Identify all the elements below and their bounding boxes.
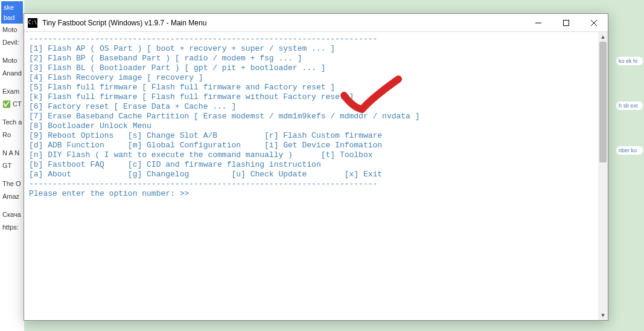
scroll-down-icon[interactable]: ▼ xyxy=(598,310,608,320)
console-line: [3] Flash BL ( Bootloader Part ) [ gpt /… xyxy=(29,63,593,73)
console-line: ----------------------------------------… xyxy=(29,34,593,44)
app-window: C:\ Tiny Fastboot Script (Windows) v1.9.… xyxy=(24,13,608,321)
bg-left-item xyxy=(1,110,23,116)
console-line: [4] Flash Recovery image [ recovery ] xyxy=(29,73,593,83)
console-line: [7] Erase Baseband Cache Partition [ Era… xyxy=(29,112,593,121)
scrollbar-thumb[interactable] xyxy=(599,42,607,162)
bg-left-item xyxy=(1,79,23,85)
bg-left-item: Ro xyxy=(1,129,23,141)
titlebar[interactable]: C:\ Tiny Fastboot Script (Windows) v1.9.… xyxy=(24,14,608,32)
bg-left-item: N A N xyxy=(1,147,23,159)
scroll-up-icon[interactable]: ▲ xyxy=(598,32,608,42)
bg-left-item: Anand xyxy=(1,67,23,80)
bg-left-item xyxy=(1,48,23,54)
bg-left-item: Moto xyxy=(1,54,23,67)
background-right-panel: ko ek hih sb extnber ko xyxy=(615,0,644,331)
bg-left-item xyxy=(1,172,23,178)
bg-left-item xyxy=(1,141,23,147)
svg-rect-1 xyxy=(564,20,569,25)
bg-left-item xyxy=(1,202,23,208)
console-output[interactable]: ----------------------------------------… xyxy=(24,32,598,320)
background-left-panel: ske bad MotoDevil:MotoAnandExam✅ CTTech … xyxy=(0,0,24,331)
bg-left-item: Exam xyxy=(1,85,23,98)
console-line: [8] Bootloader Unlock Menu xyxy=(29,121,593,131)
bg-banner: ske bad xyxy=(1,1,23,24)
console-line: [6] Factory reset [ Erase Data + Cache .… xyxy=(29,102,593,112)
bg-right-bubble: ko ek hi xyxy=(616,57,643,65)
bg-left-item: Moto xyxy=(1,24,23,36)
minimize-button[interactable] xyxy=(524,14,552,32)
bg-left-item: Tech a xyxy=(1,116,23,129)
maximize-button[interactable] xyxy=(552,14,580,32)
bg-left-item: Devil: xyxy=(1,36,23,49)
console-line: [b] Fastboot FAQ [c] CID and firmware fl… xyxy=(29,160,593,170)
console-line: [2] Flash BP ( Baseband Part ) [ radio /… xyxy=(29,54,593,63)
console-line: [d] ADB Function [m] Global Configuratio… xyxy=(29,141,593,150)
cmd-icon: C:\ xyxy=(28,18,37,28)
console-line: Please enter the option number: >> xyxy=(29,189,593,199)
console-line: [a] About [g] Changelog [u] Check Update… xyxy=(29,170,593,179)
console-line: [1] Flash AP ( OS Part ) [ boot + recove… xyxy=(29,44,593,54)
console-line: [5] Flash full firmware [ Flash full fir… xyxy=(29,83,593,92)
bg-left-item: GT xyxy=(1,159,23,172)
bg-right-bubble: nber ko xyxy=(616,146,643,155)
window-title: Tiny Fastboot Script (Windows) v1.9.7 - … xyxy=(42,19,524,27)
bg-left-item: The O xyxy=(1,178,23,190)
console-line: [k] Flash full firmware [ Flash full fir… xyxy=(29,92,593,102)
bg-left-item: Скача xyxy=(1,208,23,221)
console-line: [n] DIY Flash ( I want to execute the co… xyxy=(29,150,593,160)
console-line: [9] Reboot Options [s] Change Slot A/B [… xyxy=(29,131,593,141)
bg-left-item: Amaz xyxy=(1,190,23,203)
bg-left-item: https: xyxy=(1,221,23,234)
bg-left-item: ✅ CT xyxy=(1,98,23,111)
bg-right-bubble: h sb ext xyxy=(616,101,643,110)
close-button[interactable] xyxy=(580,14,608,32)
vertical-scrollbar[interactable]: ▲ ▼ xyxy=(598,32,608,320)
console-line: ----------------------------------------… xyxy=(29,179,593,189)
